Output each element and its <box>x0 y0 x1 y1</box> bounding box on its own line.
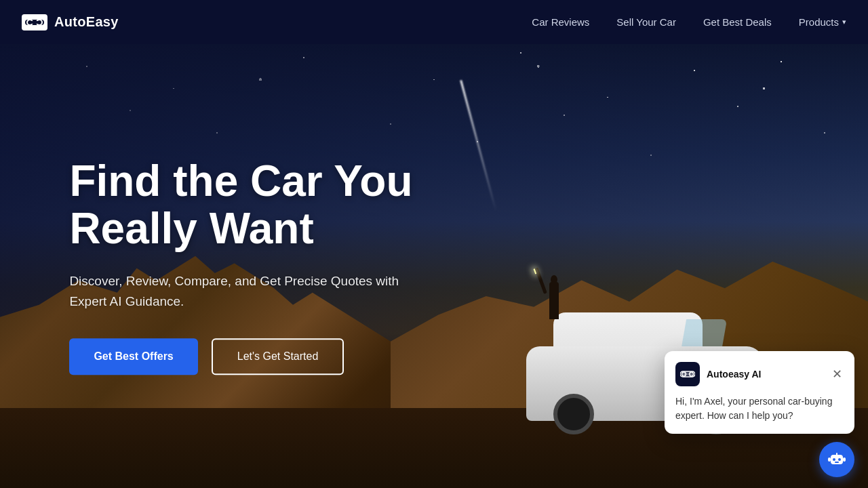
hero-section: Find the Car You Really Want Discover, R… <box>0 44 868 488</box>
nav-car-reviews[interactable]: Car Reviews <box>532 16 589 28</box>
svg-point-10 <box>838 458 841 461</box>
chat-message: Hi, I'm Axel, your personal car-buying e… <box>675 394 844 423</box>
svg-rect-7 <box>684 373 692 375</box>
logo-text: AutoEasy <box>54 14 119 30</box>
nav-get-best-deals[interactable]: Get Best Deals <box>703 16 772 28</box>
chat-logo: Autoeasy AI <box>675 362 761 386</box>
hero-buttons: Get Best Offers Let's Get Started <box>69 338 435 375</box>
lets-get-started-button[interactable]: Let's Get Started <box>212 338 344 375</box>
person-body <box>549 282 559 319</box>
chevron-down-icon: ▾ <box>842 18 846 26</box>
chat-logo-icon <box>675 362 700 386</box>
svg-rect-13 <box>828 458 831 462</box>
svg-rect-11 <box>835 462 839 463</box>
car-wheel-left <box>553 394 594 434</box>
get-best-offers-button[interactable]: Get Best Offers <box>69 338 197 375</box>
nav-sell-your-car[interactable]: Sell Your Car <box>616 16 676 28</box>
svg-rect-12 <box>836 453 837 455</box>
svg-point-9 <box>833 458 835 461</box>
svg-rect-14 <box>843 458 846 462</box>
chat-close-button[interactable]: ✕ <box>831 367 844 382</box>
chat-header: Autoeasy AI ✕ <box>675 362 844 386</box>
nav-links: Car Reviews Sell Your Car Get Best Deals… <box>532 16 846 28</box>
logo[interactable]: AutoEasy <box>22 14 119 30</box>
hero-subtitle: Discover, Review, Compare, and Get Preci… <box>69 271 435 311</box>
navbar: AutoEasy Car Reviews Sell Your Car Get B… <box>0 0 868 44</box>
chat-widget: Autoeasy AI ✕ Hi, I'm Axel, your persona… <box>665 351 854 434</box>
hero-title: Find the Car You Really Want <box>69 157 435 253</box>
hero-content: Find the Car You Really Want Discover, R… <box>69 157 435 375</box>
svg-rect-3 <box>29 21 40 24</box>
logo-icon <box>22 14 47 30</box>
hero-person-silhouette <box>544 258 564 319</box>
chat-float-button[interactable] <box>819 442 854 477</box>
chat-logo-name: Autoeasy AI <box>707 369 761 380</box>
nav-products[interactable]: Products ▾ <box>799 16 846 28</box>
